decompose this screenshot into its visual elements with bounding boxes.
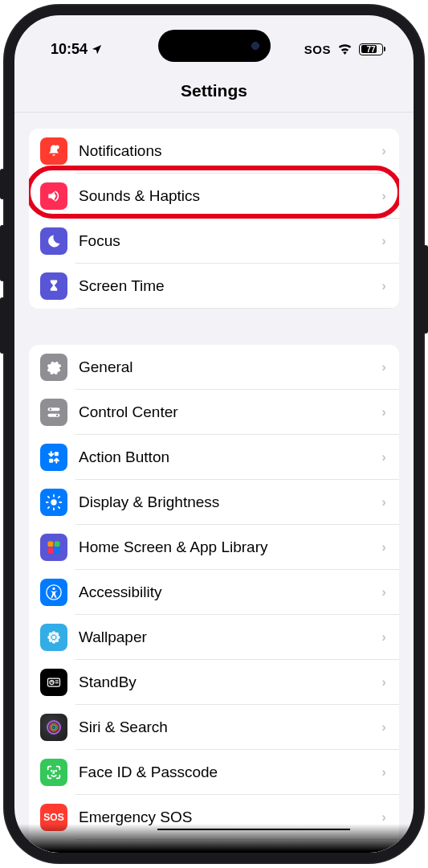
svg-point-21 [52, 588, 55, 590]
chevron-right-icon: › [381, 494, 386, 510]
svg-point-27 [49, 633, 53, 637]
grid-icon [40, 534, 67, 561]
strikethrough-annotation [157, 829, 350, 830]
camera-dot [251, 42, 259, 50]
svg-rect-5 [49, 459, 53, 463]
svg-line-13 [59, 507, 59, 508]
svg-point-29 [49, 639, 53, 643]
row-home-screen[interactable]: Home Screen & App Library › [29, 525, 399, 570]
bell-badge-icon [40, 137, 67, 165]
svg-point-4 [56, 415, 59, 417]
title-bar: Settings [14, 65, 414, 113]
row-display-brightness[interactable]: Display & Brightness › [29, 480, 399, 525]
chevron-right-icon: › [381, 539, 386, 555]
sun-icon [40, 489, 67, 516]
page-title: Settings [14, 81, 414, 100]
battery-percent: 77 [366, 45, 375, 54]
chevron-right-icon: › [381, 629, 386, 645]
side-button [0, 225, 5, 281]
svg-rect-18 [48, 548, 54, 554]
sos-icon: SOS [40, 804, 67, 831]
hourglass-icon [40, 272, 67, 300]
row-siri-search[interactable]: Siri & Search › [29, 705, 399, 750]
svg-line-12 [48, 497, 49, 497]
flower-icon [40, 624, 67, 651]
side-button [423, 245, 428, 334]
row-label: Face ID & Passcode [79, 764, 381, 781]
svg-point-0 [55, 145, 59, 149]
switches-icon [40, 399, 67, 426]
row-accessibility[interactable]: Accessibility › [29, 570, 399, 615]
svg-point-2 [50, 408, 52, 411]
row-action-button[interactable]: Action Button › [29, 435, 399, 480]
svg-rect-36 [55, 682, 59, 683]
row-general[interactable]: General › [29, 345, 399, 390]
row-label: General [79, 358, 381, 376]
speaker-icon [40, 182, 67, 210]
chevron-right-icon: › [381, 809, 386, 825]
status-right: SOS 77 [304, 43, 385, 56]
row-screen-time[interactable]: Screen Time › [29, 264, 399, 309]
battery-indicator: 77 [359, 43, 385, 55]
row-sounds-haptics[interactable]: Sounds & Haptics › [29, 174, 399, 219]
svg-point-40 [53, 727, 55, 729]
sos-label: SOS [304, 43, 331, 56]
row-label: Action Button [79, 448, 381, 466]
svg-rect-35 [55, 681, 59, 682]
row-wallpaper[interactable]: Wallpaper › [29, 615, 399, 660]
svg-rect-16 [48, 542, 54, 547]
row-notifications[interactable]: Notifications › [29, 129, 399, 174]
accessibility-icon [40, 579, 67, 606]
chevron-right-icon: › [381, 449, 386, 465]
chevron-right-icon: › [381, 359, 386, 375]
row-label: Siri & Search [79, 719, 381, 736]
row-face-id[interactable]: Face ID & Passcode › [29, 750, 399, 795]
clock-icon [40, 669, 67, 696]
svg-point-28 [55, 633, 59, 637]
screen: 10:54 SOS 77 Settings [14, 15, 414, 853]
row-label: Display & Brightness [79, 493, 381, 511]
svg-line-15 [48, 507, 49, 508]
chevron-right-icon: › [381, 233, 386, 249]
svg-point-42 [55, 771, 56, 772]
svg-point-41 [51, 771, 52, 772]
chevron-right-icon: › [381, 143, 386, 159]
svg-point-30 [55, 639, 59, 643]
row-label: Screen Time [79, 277, 381, 295]
gear-icon [40, 354, 67, 381]
row-emergency-sos[interactable]: SOS Emergency SOS › [29, 795, 399, 840]
svg-rect-6 [55, 452, 59, 456]
chevron-right-icon: › [381, 764, 386, 780]
svg-rect-17 [55, 542, 60, 547]
side-button [0, 169, 5, 199]
status-time: 10:54 [51, 41, 88, 58]
svg-point-7 [51, 499, 56, 505]
chevron-right-icon: › [381, 278, 386, 294]
row-label: Home Screen & App Library [79, 538, 381, 556]
row-standby[interactable]: StandBy › [29, 660, 399, 705]
content[interactable]: Notifications › Sounds & Haptics › Focus… [14, 113, 414, 853]
row-label: Notifications [79, 142, 381, 160]
phone-frame: 10:54 SOS 77 Settings [3, 4, 425, 864]
row-label: Control Center [79, 403, 381, 421]
settings-group-2: General › Control Center › Action Button… [29, 345, 399, 853]
row-label: Focus [79, 232, 381, 250]
row-label: Wallpaper [79, 628, 381, 646]
row-label: Accessibility [79, 583, 381, 601]
chevron-right-icon: › [381, 404, 386, 420]
dynamic-island [158, 30, 271, 62]
row-focus[interactable]: Focus › [29, 219, 399, 264]
chevron-right-icon: › [381, 188, 386, 204]
moon-icon [40, 227, 67, 255]
exposure-icon [40, 849, 67, 853]
face-icon [40, 759, 67, 786]
chevron-right-icon: › [381, 674, 386, 690]
row-label: Emergency SOS [79, 809, 381, 826]
row-exposure-notifications[interactable]: Exposure Notifications › [29, 840, 399, 853]
side-button [0, 297, 5, 354]
status-left: 10:54 [51, 41, 103, 58]
svg-point-22 [52, 636, 56, 640]
svg-rect-19 [55, 548, 60, 554]
row-control-center[interactable]: Control Center › [29, 390, 399, 435]
svg-line-14 [59, 497, 59, 497]
